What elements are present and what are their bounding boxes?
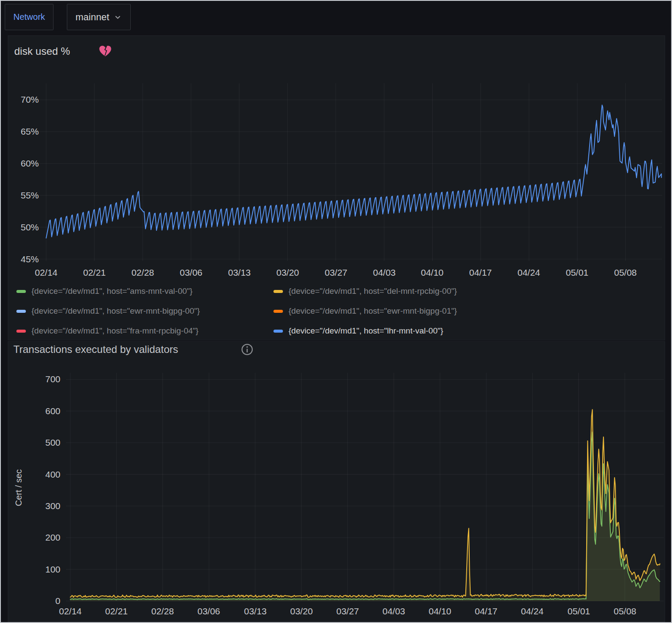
x-tick-label: 02/14 (27, 267, 66, 278)
y-tick-label: 100 (19, 564, 60, 575)
x-tick-label: 02/21 (75, 267, 114, 278)
x-tick-label: 03/20 (268, 267, 307, 278)
y-tick-label: 700 (19, 374, 60, 384)
info-icon[interactable] (241, 343, 254, 356)
y-tick-label: 65% (15, 126, 39, 137)
x-tick-label: 03/06 (189, 606, 228, 617)
x-tick-label: 04/03 (365, 267, 404, 278)
dashboard-frame: Network mainnet disk used % {device="/de… (0, 0, 672, 623)
panel-transactions: Transactions executed by validators Cert… (8, 341, 665, 622)
y-tick-label: 60% (15, 158, 39, 169)
network-variable-label: Network (5, 4, 53, 30)
y-tick-label: 200 (19, 532, 60, 543)
transactions-panel-title[interactable]: Transactions executed by validators (13, 343, 178, 356)
x-tick-label: 03/06 (172, 267, 210, 278)
series-color-swatch (16, 310, 26, 313)
x-tick-label: 02/14 (51, 606, 90, 617)
series-color-swatch (273, 290, 283, 293)
panel-disk-used: disk used % {device="/dev/md1", host="am… (8, 35, 665, 340)
legend-item[interactable]: {device="/dev/md1", host="fra-mnt-rpcbig… (16, 326, 198, 336)
transactions-chart[interactable] (66, 373, 664, 601)
series-color-swatch (16, 290, 26, 293)
x-tick-label: 03/13 (236, 606, 275, 617)
y-tick-label: 600 (19, 406, 60, 416)
y-tick-label: 500 (19, 437, 60, 448)
series-color-swatch (16, 330, 26, 333)
legend-label: {device="/dev/md1", host="ewr-mnt-bigpg-… (31, 306, 200, 316)
x-tick-label: 05/01 (558, 267, 597, 278)
legend-label: {device="/dev/md1", host="ewr-mnt-bigpg-… (289, 306, 457, 316)
x-tick-label: 04/17 (467, 606, 506, 617)
x-tick-label: 02/28 (123, 267, 162, 278)
y-tick-label: 400 (19, 469, 60, 480)
chevron-down-icon (113, 13, 122, 22)
legend-item[interactable]: {device="/dev/md1", host="lhr-mnt-val-00… (273, 326, 443, 336)
legend-label: {device="/dev/md1", host="ams-mnt-val-00… (31, 286, 192, 296)
x-tick-label: 04/10 (413, 267, 452, 278)
y-tick-label: 55% (15, 190, 39, 201)
disk-used-chart[interactable] (39, 83, 662, 261)
x-tick-label: 04/24 (509, 267, 548, 278)
x-tick-label: 02/21 (97, 606, 136, 617)
x-tick-label: 04/03 (374, 606, 413, 617)
y-tick-label: 300 (19, 501, 60, 511)
legend-item[interactable]: {device="/dev/md1", host="ams-mnt-val-00… (16, 286, 192, 296)
x-tick-label: 05/08 (606, 267, 645, 278)
series-color-swatch (273, 310, 283, 313)
x-tick-label: 05/08 (606, 606, 644, 617)
network-label-text: Network (13, 12, 45, 22)
x-tick-label: 02/28 (143, 606, 182, 617)
x-tick-label: 04/17 (461, 267, 500, 278)
network-value-text: mainnet (75, 12, 109, 23)
y-tick-label: 0 (19, 596, 60, 606)
legend-item[interactable]: {device="/dev/md1", host="ewr-mnt-bigpg-… (16, 306, 200, 316)
series-color-swatch (273, 330, 283, 333)
x-tick-label: 03/13 (220, 267, 259, 278)
legend-item[interactable]: {device="/dev/md1", host="del-mnt-rpcbig… (273, 286, 457, 296)
legend-item[interactable]: {device="/dev/md1", host="ewr-mnt-bigpg-… (273, 306, 457, 316)
x-tick-label: 03/27 (317, 267, 355, 278)
x-tick-label: 03/27 (328, 606, 367, 617)
broken-heart-icon (98, 44, 112, 58)
x-tick-label: 05/01 (559, 606, 598, 617)
x-tick-label: 04/24 (513, 606, 552, 617)
disk-panel-title[interactable]: disk used % (14, 45, 70, 57)
y-tick-label: 45% (15, 254, 39, 264)
x-tick-label: 03/20 (282, 606, 321, 617)
legend-label: {device="/dev/md1", host="del-mnt-rpcbig… (289, 286, 457, 296)
network-variable-select[interactable]: mainnet (67, 4, 131, 30)
legend-label: {device="/dev/md1", host="fra-mnt-rpcbig… (31, 326, 198, 336)
y-axis-title: Cert / sec (14, 453, 24, 522)
legend-label: {device="/dev/md1", host="lhr-mnt-val-00… (289, 326, 443, 336)
y-tick-label: 50% (15, 222, 39, 233)
x-tick-label: 04/10 (421, 606, 459, 617)
y-tick-label: 70% (15, 94, 39, 105)
